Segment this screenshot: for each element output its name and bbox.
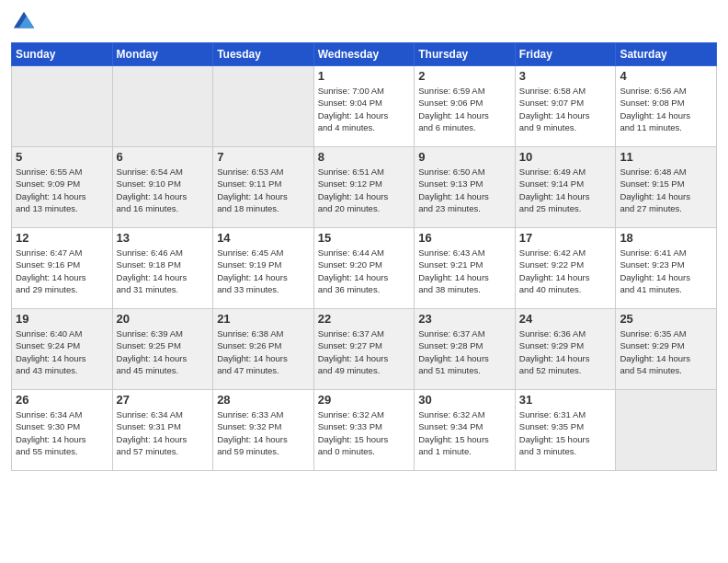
day-number: 26 [16, 393, 108, 407]
day-number: 27 [117, 393, 210, 407]
day-cell: 7Sunrise: 6:53 AM Sunset: 9:11 PM Daylig… [213, 147, 314, 228]
day-number: 7 [217, 150, 310, 164]
day-info: Sunrise: 6:56 AM Sunset: 9:08 PM Dayligh… [620, 85, 712, 133]
day-info: Sunrise: 6:31 AM Sunset: 9:35 PM Dayligh… [519, 408, 612, 457]
logo [11, 9, 40, 35]
day-number: 28 [217, 393, 310, 407]
day-info: Sunrise: 6:33 AM Sunset: 9:32 PM Dayligh… [217, 408, 310, 457]
day-info: Sunrise: 6:59 AM Sunset: 9:06 PM Dayligh… [418, 85, 511, 133]
day-number: 25 [620, 312, 712, 326]
day-info: Sunrise: 6:32 AM Sunset: 9:33 PM Dayligh… [318, 408, 411, 457]
day-cell [112, 66, 213, 147]
day-info: Sunrise: 6:38 AM Sunset: 9:26 PM Dayligh… [217, 327, 310, 376]
day-number: 4 [620, 69, 712, 83]
day-cell: 30Sunrise: 6:32 AM Sunset: 9:34 PM Dayli… [415, 390, 516, 471]
calendar-header: SundayMondayTuesdayWednesdayThursdayFrid… [12, 43, 717, 66]
day-cell: 17Sunrise: 6:42 AM Sunset: 9:22 PM Dayli… [515, 228, 616, 309]
day-cell: 4Sunrise: 6:56 AM Sunset: 9:08 PM Daylig… [616, 66, 717, 147]
day-cell: 24Sunrise: 6:36 AM Sunset: 9:29 PM Dayli… [515, 309, 616, 390]
day-number: 22 [318, 312, 411, 326]
header-cell-friday: Friday [515, 43, 616, 66]
day-number: 30 [418, 393, 511, 407]
day-info: Sunrise: 6:34 AM Sunset: 9:30 PM Dayligh… [16, 408, 108, 457]
week-row-1: 1Sunrise: 7:00 AM Sunset: 9:04 PM Daylig… [12, 66, 717, 147]
header-cell-monday: Monday [112, 43, 213, 66]
day-number: 19 [16, 312, 108, 326]
day-cell: 14Sunrise: 6:45 AM Sunset: 9:19 PM Dayli… [213, 228, 314, 309]
day-cell: 25Sunrise: 6:35 AM Sunset: 9:29 PM Dayli… [616, 309, 717, 390]
day-number: 9 [418, 150, 511, 164]
day-number: 2 [418, 69, 511, 83]
day-cell [12, 66, 113, 147]
day-cell [213, 66, 314, 147]
day-info: Sunrise: 6:49 AM Sunset: 9:14 PM Dayligh… [519, 166, 612, 214]
day-number: 10 [519, 150, 612, 164]
header-cell-tuesday: Tuesday [213, 43, 314, 66]
day-info: Sunrise: 6:54 AM Sunset: 9:10 PM Dayligh… [117, 166, 210, 214]
week-row-2: 5Sunrise: 6:55 AM Sunset: 9:09 PM Daylig… [12, 147, 717, 228]
day-number: 31 [519, 393, 612, 407]
day-info: Sunrise: 6:55 AM Sunset: 9:09 PM Dayligh… [16, 166, 108, 214]
header-cell-sunday: Sunday [12, 43, 113, 66]
day-info: Sunrise: 7:00 AM Sunset: 9:04 PM Dayligh… [318, 85, 411, 133]
day-cell: 31Sunrise: 6:31 AM Sunset: 9:35 PM Dayli… [515, 390, 616, 471]
day-cell: 3Sunrise: 6:58 AM Sunset: 9:07 PM Daylig… [515, 66, 616, 147]
week-row-5: 26Sunrise: 6:34 AM Sunset: 9:30 PM Dayli… [12, 390, 717, 471]
day-cell: 23Sunrise: 6:37 AM Sunset: 9:28 PM Dayli… [415, 309, 516, 390]
day-number: 8 [318, 150, 411, 164]
day-cell: 16Sunrise: 6:43 AM Sunset: 9:21 PM Dayli… [415, 228, 516, 309]
day-number: 3 [519, 69, 612, 83]
day-number: 23 [418, 312, 511, 326]
day-number: 20 [117, 312, 210, 326]
day-number: 11 [620, 150, 712, 164]
day-info: Sunrise: 6:45 AM Sunset: 9:19 PM Dayligh… [217, 247, 310, 295]
day-cell: 5Sunrise: 6:55 AM Sunset: 9:09 PM Daylig… [12, 147, 113, 228]
page: SundayMondayTuesdayWednesdayThursdayFrid… [0, 0, 728, 563]
calendar-table: SundayMondayTuesdayWednesdayThursdayFrid… [11, 42, 717, 471]
day-number: 14 [217, 231, 310, 245]
day-info: Sunrise: 6:44 AM Sunset: 9:20 PM Dayligh… [318, 247, 411, 295]
week-row-4: 19Sunrise: 6:40 AM Sunset: 9:24 PM Dayli… [12, 309, 717, 390]
day-cell: 13Sunrise: 6:46 AM Sunset: 9:18 PM Dayli… [112, 228, 213, 309]
day-cell: 12Sunrise: 6:47 AM Sunset: 9:16 PM Dayli… [12, 228, 113, 309]
day-number: 21 [217, 312, 310, 326]
day-cell [616, 390, 717, 471]
logo-icon [11, 9, 37, 35]
day-cell: 6Sunrise: 6:54 AM Sunset: 9:10 PM Daylig… [112, 147, 213, 228]
header-row: SundayMondayTuesdayWednesdayThursdayFrid… [12, 43, 717, 66]
day-cell: 28Sunrise: 6:33 AM Sunset: 9:32 PM Dayli… [213, 390, 314, 471]
day-info: Sunrise: 6:58 AM Sunset: 9:07 PM Dayligh… [519, 85, 612, 133]
day-number: 29 [318, 393, 411, 407]
day-cell: 8Sunrise: 6:51 AM Sunset: 9:12 PM Daylig… [313, 147, 415, 228]
header-cell-wednesday: Wednesday [313, 43, 415, 66]
day-info: Sunrise: 6:41 AM Sunset: 9:23 PM Dayligh… [620, 247, 712, 295]
day-info: Sunrise: 6:50 AM Sunset: 9:13 PM Dayligh… [418, 166, 511, 214]
calendar-body: 1Sunrise: 7:00 AM Sunset: 9:04 PM Daylig… [12, 66, 717, 471]
day-number: 17 [519, 231, 612, 245]
day-cell: 2Sunrise: 6:59 AM Sunset: 9:06 PM Daylig… [415, 66, 516, 147]
day-info: Sunrise: 6:37 AM Sunset: 9:27 PM Dayligh… [318, 327, 411, 376]
day-number: 16 [418, 231, 511, 245]
header [11, 9, 717, 35]
day-info: Sunrise: 6:37 AM Sunset: 9:28 PM Dayligh… [418, 327, 511, 376]
day-number: 1 [318, 69, 411, 83]
day-info: Sunrise: 6:51 AM Sunset: 9:12 PM Dayligh… [318, 166, 411, 214]
day-number: 6 [117, 150, 210, 164]
day-number: 13 [117, 231, 210, 245]
day-cell: 22Sunrise: 6:37 AM Sunset: 9:27 PM Dayli… [313, 309, 415, 390]
day-info: Sunrise: 6:32 AM Sunset: 9:34 PM Dayligh… [418, 408, 511, 457]
day-cell: 10Sunrise: 6:49 AM Sunset: 9:14 PM Dayli… [515, 147, 616, 228]
day-cell: 27Sunrise: 6:34 AM Sunset: 9:31 PM Dayli… [112, 390, 213, 471]
day-number: 24 [519, 312, 612, 326]
day-info: Sunrise: 6:34 AM Sunset: 9:31 PM Dayligh… [117, 408, 210, 457]
day-number: 18 [620, 231, 712, 245]
day-cell: 1Sunrise: 7:00 AM Sunset: 9:04 PM Daylig… [313, 66, 415, 147]
day-info: Sunrise: 6:43 AM Sunset: 9:21 PM Dayligh… [418, 247, 511, 295]
day-info: Sunrise: 6:39 AM Sunset: 9:25 PM Dayligh… [117, 327, 210, 376]
day-cell: 29Sunrise: 6:32 AM Sunset: 9:33 PM Dayli… [313, 390, 415, 471]
day-info: Sunrise: 6:47 AM Sunset: 9:16 PM Dayligh… [16, 247, 108, 295]
day-cell: 18Sunrise: 6:41 AM Sunset: 9:23 PM Dayli… [616, 228, 717, 309]
day-cell: 26Sunrise: 6:34 AM Sunset: 9:30 PM Dayli… [12, 390, 113, 471]
day-number: 15 [318, 231, 411, 245]
day-number: 12 [16, 231, 108, 245]
